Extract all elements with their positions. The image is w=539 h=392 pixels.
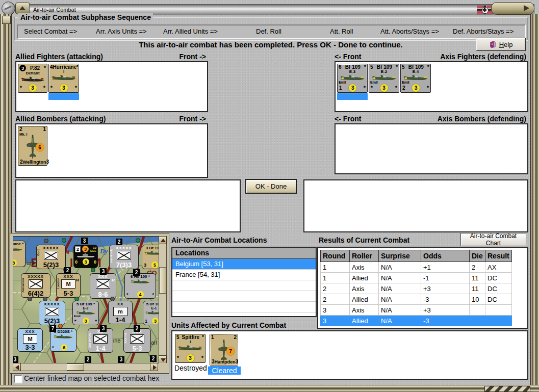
map-air-counter[interactable]: 6 He 100 * *4* <box>124 273 156 299</box>
map-unit-counter[interactable]: XXm1-4 <box>108 301 133 324</box>
map-scroll-up-button[interactable] <box>159 236 167 244</box>
counter-subtype: E-2 <box>369 70 399 74</box>
results-row[interactable]: 1AxisN/A+12AX <box>321 262 512 273</box>
counter-bottom-row: 2Wellington3 <box>18 159 47 165</box>
map-unit-counter[interactable]: XXXM5-3LondonR <box>56 273 81 298</box>
ok-done-button[interactable]: OK - Done <box>245 179 297 194</box>
frame-hazard-stripes <box>484 386 530 392</box>
map-counter-symbol <box>21 279 50 289</box>
map-air-counter[interactable]: 3 Bf 110 35 <box>142 245 159 269</box>
map-counter-echelon: XXXXX <box>21 274 50 279</box>
affected-units-title: Units Affected by Current Combat <box>171 321 286 329</box>
subphase-step: Att. Aborts/Stays => <box>380 28 439 35</box>
map-unit-counter[interactable]: XXXXX7(3)3von Bock <box>109 245 139 269</box>
map-counter-plane <box>50 334 76 339</box>
results-cell: -3 <box>421 316 470 326</box>
affected-unit-counter[interactable]: 5Spitfire*I *3* <box>175 334 206 363</box>
map-counter-bottom: *3 <box>13 259 25 266</box>
map-counter-name: 5 Bf 109 <box>143 301 159 306</box>
axis-fighter-unit-counter[interactable]: 5Bf 109*E-2 Emil*3* <box>369 64 399 93</box>
combat-locations-list: Locations Belgium [53, 31]France [54, 31… <box>171 247 317 317</box>
results-row[interactable]: 2AxisN/A+311DC <box>321 283 512 294</box>
map-air-counter[interactable]: 5 Bf 109E-1 13 <box>143 301 159 325</box>
location-row-empty[interactable] <box>172 302 316 312</box>
results-cell: 3 <box>321 305 350 316</box>
help-button[interactable]: Help <box>476 38 526 51</box>
map-unit-counter[interactable]: XXXXX6(4)2Alexander <box>21 273 50 298</box>
counter-asterisk: * <box>202 335 204 340</box>
map-air-counter[interactable]: 5 Bf 109 *E-2 Emil*3* <box>72 301 99 325</box>
map-counter-br: * <box>95 319 97 324</box>
location-row-empty[interactable] <box>172 291 316 302</box>
map-unit-counter[interactable]: XXXXX5(2)3Gort <box>36 245 66 269</box>
results-cell: 1 <box>321 273 350 283</box>
hexside-strength-badge: 2 <box>134 325 140 332</box>
combat-chart-button[interactable]: Air-to-air Combat Chart <box>460 233 526 246</box>
window-shade-button[interactable] <box>15 3 30 14</box>
map-counter-subtype: E-2 <box>73 306 98 310</box>
results-box: RoundRollerSurpriseOddsDieResult 1AxisN/… <box>317 247 528 329</box>
axis-fighter-unit-counter[interactable]: 5Bf 109*E-4 Emil23* <box>400 64 431 93</box>
center-map-checkbox[interactable] <box>14 375 22 383</box>
results-row[interactable]: 3AxisN/A+3 <box>321 305 512 316</box>
location-row-empty[interactable] <box>172 280 316 291</box>
results-cell: AX <box>485 262 512 273</box>
map-scroll-left-button[interactable] <box>13 363 21 371</box>
allied-bombers-label: Allied Bombers (attacking) <box>15 115 106 123</box>
fighter-plane-icon <box>144 251 159 256</box>
results-cell: 3 <box>321 316 350 326</box>
map-counter-name: 3 Bf 110 <box>142 245 159 250</box>
map-counter-bl: 3 <box>144 263 146 268</box>
location-row[interactable]: France [54, 31] <box>172 270 316 280</box>
results-row[interactable]: 2AlliedN/A-310DC <box>321 294 512 305</box>
map-unit-counter[interactable]: XXXXX5(2)3 <box>39 301 65 325</box>
map-unit-counter[interactable]: XXXM3-3 <box>17 328 43 352</box>
counter-rating-circle: 3 <box>412 84 420 92</box>
map-counter-value: 5-3 <box>124 345 150 352</box>
map-horizontal-scroll-thumb[interactable] <box>67 363 84 371</box>
axis-bombers-front-label: <- Front <box>335 115 362 123</box>
ship-icon <box>74 253 97 258</box>
map-unit-counter[interactable]: XXX5-3XXX Inf <box>123 328 151 353</box>
map-counter-plane <box>142 251 159 256</box>
allied-bomber-unit-counter[interactable]: 21Mk. I 62Wellington3 <box>18 126 47 166</box>
map-horizontal-scrollbar[interactable] <box>13 363 158 371</box>
counter-bottom-right: * <box>201 355 203 361</box>
axis-fighter-unit-counter[interactable]: 6Bf 109*E-3 Emil13* <box>337 64 368 93</box>
window-close-button[interactable] <box>491 2 534 15</box>
counter-plane <box>175 345 205 352</box>
map-naval-counter[interactable]: 2310BEL030 <box>73 245 98 268</box>
allied-fighter-unit-counter[interactable]: 3P.82*Defiant *3* <box>18 64 47 93</box>
allied-fighters-front-label: Front -> <box>179 53 207 61</box>
map-air-counter[interactable]: Hurricane * *3 <box>13 241 25 267</box>
counter-mid-label: Emil <box>339 81 346 84</box>
counter-bottom-left: 1 <box>339 85 342 91</box>
map-scroll-down-button[interactable] <box>159 355 167 363</box>
counter-subtype: Defiant <box>18 71 47 75</box>
map-unit-counter[interactable]: XX1-43rd Inf Div <box>88 328 113 353</box>
counter-bottom-left: * <box>20 85 22 91</box>
results-cell: Allied <box>350 273 379 283</box>
hex-dot <box>43 297 47 301</box>
window-title: Air-to-air Combat <box>30 7 76 13</box>
allied-fighter-unit-counter[interactable]: 4Hurricane*I *3* <box>48 64 79 93</box>
counter-mid-label: Emil <box>370 81 378 84</box>
map-vertical-scrollbar[interactable] <box>159 236 167 362</box>
results-cell: 2 <box>321 294 350 305</box>
results-cell: -3 <box>421 294 470 305</box>
map-vertical-scroll-thumb[interactable] <box>159 267 166 294</box>
combat-map[interactable]: BELGIUMtwDyunkCOennearlHurricane * *3XXX… <box>13 236 159 363</box>
counter-asterisk: * <box>396 65 398 70</box>
results-row[interactable]: 3AlliedN/A-3 <box>321 316 512 326</box>
affected-unit-counter[interactable]: 12 73Hampden3 <box>210 334 238 365</box>
location-row[interactable]: Belgium [53, 31] <box>172 259 316 270</box>
hex-dot <box>91 268 95 272</box>
map-unit-counter[interactable]: XXX8-6R <box>90 273 116 299</box>
results-row[interactable]: 1AlliedN/A-111DC <box>321 273 512 283</box>
subphase-step: Select Combat => <box>24 28 77 35</box>
counter-subtype: E-3 <box>338 70 367 74</box>
locations-column-header: Locations <box>172 248 316 259</box>
axis-bombers-header: <- Front Axis Bombers (defending) <box>335 115 526 123</box>
map-scroll-right-button[interactable] <box>150 363 158 371</box>
subphase-step: Arr. Axis Units => <box>96 28 147 35</box>
